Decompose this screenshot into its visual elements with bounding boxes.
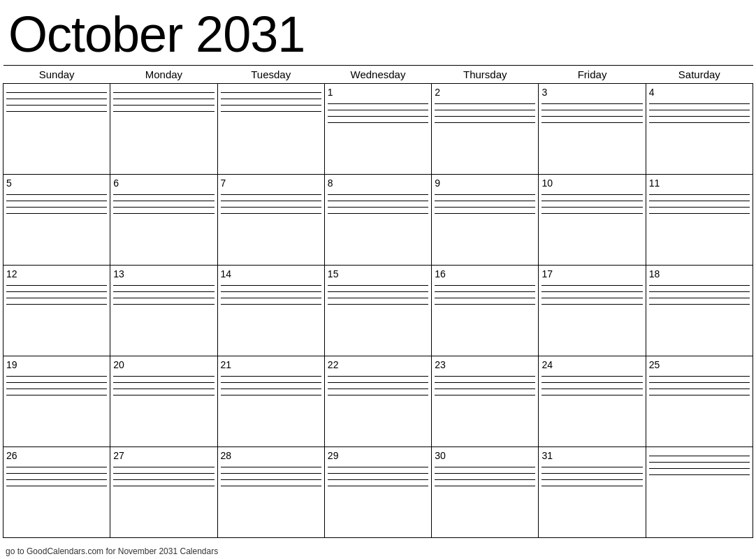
day-cell-31[interactable]: 31 <box>539 447 646 538</box>
writing-line <box>435 467 535 467</box>
day-cell-28[interactable]: 28 <box>217 447 324 538</box>
day-number: 3 <box>541 87 642 98</box>
day-cell-27[interactable]: 27 <box>110 447 217 538</box>
day-cell-12[interactable]: 12 <box>3 266 110 356</box>
day-cell-26[interactable]: 26 <box>3 447 110 538</box>
writing-line <box>221 201 321 201</box>
day-number: 20 <box>113 359 214 370</box>
day-cell-9[interactable]: 9 <box>432 175 539 266</box>
writing-line <box>113 389 214 389</box>
day-number: 7 <box>221 177 321 189</box>
writing-line <box>113 213 214 214</box>
day-cell-8[interactable]: 8 <box>324 175 431 266</box>
writing-line <box>113 395 214 395</box>
writing-line <box>328 473 428 474</box>
day-cell-empty-4-6[interactable] <box>646 447 753 538</box>
day-cell-empty-0-2[interactable] <box>217 84 324 175</box>
writing-line <box>435 473 535 474</box>
writing-line <box>649 291 750 292</box>
week-row-2: 567891011 <box>3 175 753 266</box>
day-cell-30[interactable]: 30 <box>432 447 539 538</box>
writing-line <box>435 194 535 195</box>
writing-line <box>221 467 321 467</box>
day-headers-row: SundayMondayTuesdayWednesdayThursdayFrid… <box>3 66 753 84</box>
calendar-table: SundayMondayTuesdayWednesdayThursdayFrid… <box>3 65 753 538</box>
day-cell-17[interactable]: 17 <box>539 266 646 356</box>
day-cell-29[interactable]: 29 <box>324 447 431 538</box>
day-cell-2[interactable]: 2 <box>432 84 539 175</box>
writing-line <box>113 467 214 467</box>
day-cell-24[interactable]: 24 <box>539 356 646 447</box>
writing-line <box>541 116 642 117</box>
day-number: 14 <box>221 268 321 280</box>
day-cell-23[interactable]: 23 <box>432 356 539 447</box>
writing-line <box>435 213 535 214</box>
writing-line <box>221 99 321 99</box>
writing-line <box>328 116 428 117</box>
writing-line <box>435 304 535 305</box>
week-row-4: 19202122232425 <box>3 356 753 447</box>
day-number: 9 <box>435 177 535 189</box>
day-cell-7[interactable]: 7 <box>217 175 324 266</box>
writing-line <box>6 194 107 195</box>
day-cell-empty-0-1[interactable] <box>110 84 217 175</box>
writing-line <box>328 382 428 383</box>
writing-line <box>6 486 107 486</box>
writing-line <box>541 298 642 298</box>
day-cell-15[interactable]: 15 <box>324 266 431 356</box>
day-cell-13[interactable]: 13 <box>110 266 217 356</box>
day-cell-22[interactable]: 22 <box>324 356 431 447</box>
writing-line <box>435 201 535 201</box>
writing-line <box>328 291 428 292</box>
day-cell-21[interactable]: 21 <box>217 356 324 447</box>
writing-line <box>6 111 107 112</box>
writing-line <box>541 395 642 395</box>
writing-line <box>541 207 642 208</box>
day-cell-20[interactable]: 20 <box>110 356 217 447</box>
writing-line <box>541 291 642 292</box>
writing-line <box>221 395 321 395</box>
day-cell-3[interactable]: 3 <box>539 84 646 175</box>
day-cell-6[interactable]: 6 <box>110 175 217 266</box>
day-number: 23 <box>435 359 535 370</box>
day-cell-25[interactable]: 25 <box>646 356 753 447</box>
writing-line <box>6 291 107 292</box>
writing-line <box>649 468 750 469</box>
writing-line <box>328 479 428 480</box>
day-cell-19[interactable]: 19 <box>3 356 110 447</box>
day-cell-1[interactable]: 1 <box>324 84 431 175</box>
page-title: October 2031 <box>0 0 756 65</box>
writing-line <box>6 395 107 395</box>
day-number: 1 <box>328 87 428 98</box>
day-cell-10[interactable]: 10 <box>539 175 646 266</box>
writing-line <box>649 395 750 395</box>
day-number: 2 <box>435 87 535 98</box>
day-cell-14[interactable]: 14 <box>217 266 324 356</box>
day-cell-16[interactable]: 16 <box>432 266 539 356</box>
day-cell-5[interactable]: 5 <box>3 175 110 266</box>
writing-line <box>649 194 750 195</box>
day-cell-11[interactable]: 11 <box>646 175 753 266</box>
writing-line <box>649 110 750 110</box>
writing-line <box>649 213 750 214</box>
writing-line <box>221 376 321 377</box>
writing-line <box>328 207 428 208</box>
writing-line <box>328 110 428 110</box>
day-number: 31 <box>541 450 642 461</box>
writing-line <box>221 389 321 389</box>
writing-line <box>541 389 642 389</box>
writing-line <box>328 395 428 395</box>
writing-line <box>649 456 750 456</box>
writing-line <box>541 285 642 286</box>
writing-line <box>6 382 107 383</box>
writing-line <box>113 92 214 93</box>
writing-line <box>649 103 750 104</box>
day-cell-18[interactable]: 18 <box>646 266 753 356</box>
writing-line <box>6 201 107 201</box>
day-header-wednesday: Wednesday <box>324 66 431 84</box>
writing-line <box>221 486 321 486</box>
day-number: 11 <box>649 177 750 189</box>
writing-line <box>435 298 535 298</box>
day-cell-4[interactable]: 4 <box>646 84 753 175</box>
day-cell-empty-0-0[interactable] <box>3 84 110 175</box>
